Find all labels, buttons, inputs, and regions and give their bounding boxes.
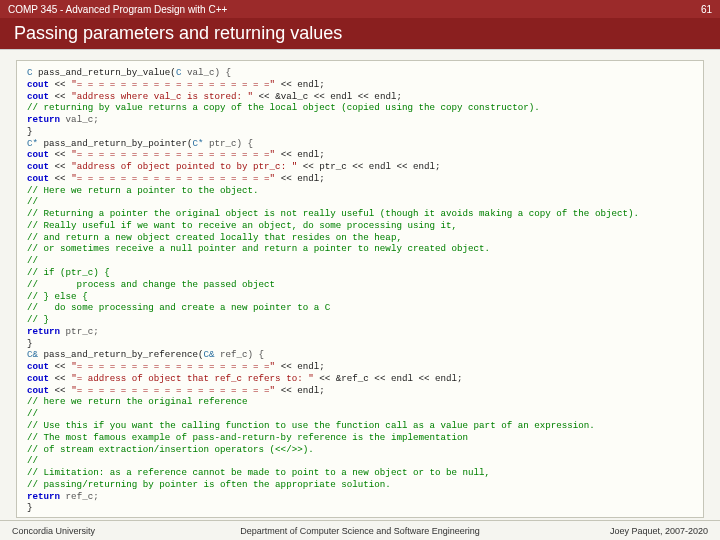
course-label: COMP 345 - Advanced Program Design with … (8, 4, 227, 15)
token: // (27, 196, 38, 207)
token: << endl; (275, 79, 325, 90)
token: ref_c; (60, 491, 99, 502)
page-number: 61 (701, 4, 712, 15)
token: << (49, 149, 71, 160)
token: // passing/returning by pointer is often… (27, 479, 391, 490)
token: "= = = = = = = = = = = = = = = = = =" (71, 385, 275, 396)
token: ref_c) { (214, 349, 264, 360)
token: // Here we return a pointer to the objec… (27, 185, 259, 196)
slide-title-bar: Passing parameters and returning values (0, 18, 720, 50)
token: // (27, 455, 38, 466)
token: return (27, 491, 60, 502)
token: C* (192, 138, 203, 149)
token: << endl; (275, 385, 325, 396)
token: } (27, 126, 33, 137)
token: "= = = = = = = = = = = = = = = = = =" (71, 79, 275, 90)
token: // The most famous example of pass-and-r… (27, 432, 468, 443)
token: C* (27, 138, 38, 149)
token: pass_and_return_by_value( (33, 67, 176, 78)
token: val_c; (60, 114, 99, 125)
token: // if (ptr_c) { (27, 267, 110, 278)
token: // (27, 255, 38, 266)
token: "= = = = = = = = = = = = = = = = = =" (71, 149, 275, 160)
token: cout (27, 91, 49, 102)
token: << (49, 79, 71, 90)
footer-center: Department of Computer Science and Softw… (0, 526, 720, 536)
token: cout (27, 161, 49, 172)
token: // do some processing and create a new p… (27, 302, 330, 313)
token: << (49, 373, 71, 384)
token: << (49, 173, 71, 184)
token: << ptr_c << endl << endl; (297, 161, 440, 172)
token: << &ref_c << endl << endl; (314, 373, 463, 384)
token: pass_and_return_by_reference( (38, 349, 203, 360)
token: return (27, 326, 60, 337)
token: << (49, 385, 71, 396)
token: "= = = = = = = = = = = = = = = = = =" (71, 361, 275, 372)
token: cout (27, 361, 49, 372)
token: "= = = = = = = = = = = = = = = = = =" (71, 173, 275, 184)
token: // process and change the passed object (27, 279, 275, 290)
token: << (49, 161, 71, 172)
footer: Concordia University Department of Compu… (0, 520, 720, 540)
token: cout (27, 385, 49, 396)
token: << (49, 361, 71, 372)
token: // } (27, 314, 49, 325)
token: << endl; (275, 361, 325, 372)
token: } (27, 502, 33, 513)
code-block: C pass_and_return_by_value(C val_c) { co… (16, 60, 704, 518)
token: val_c) { (181, 67, 231, 78)
token: << (49, 91, 71, 102)
token: // of stream extraction/insertion operat… (27, 444, 314, 455)
token: // or sometimes receive a null pointer a… (27, 243, 490, 254)
token: // here we return the original reference (27, 396, 248, 407)
token: cout (27, 79, 49, 90)
token: ptr_c) { (203, 138, 253, 149)
token: // Use this if you want the calling func… (27, 420, 595, 431)
slide-title: Passing parameters and returning values (14, 23, 342, 44)
topbar: COMP 345 - Advanced Program Design with … (0, 0, 720, 18)
token: cout (27, 173, 49, 184)
token: "address where val_c is stored: " (71, 91, 253, 102)
token: << &val_c << endl << endl; (253, 91, 402, 102)
token: // (27, 408, 38, 419)
token: C& (203, 349, 214, 360)
token: << endl; (275, 149, 325, 160)
code-content: C pass_and_return_by_value(C val_c) { co… (27, 67, 693, 514)
token: return (27, 114, 60, 125)
token: C& (27, 349, 38, 360)
token: } (27, 338, 33, 349)
token: << endl; (275, 173, 325, 184)
token: // Really useful if we want to receive a… (27, 220, 457, 231)
token: pass_and_return_by_pointer( (38, 138, 192, 149)
token: ptr_c; (60, 326, 99, 337)
token: "= address of object that ref_c refers t… (71, 373, 314, 384)
token: cout (27, 149, 49, 160)
token: // Limitation: as a reference cannot be … (27, 467, 490, 478)
token: cout (27, 373, 49, 384)
token: // } else { (27, 291, 88, 302)
token: // and return a new object created local… (27, 232, 402, 243)
token: // Returning a pointer the original obje… (27, 208, 639, 219)
token: "address of object pointed to by ptr_c: … (71, 161, 297, 172)
token: // returning by value returns a copy of … (27, 102, 540, 113)
